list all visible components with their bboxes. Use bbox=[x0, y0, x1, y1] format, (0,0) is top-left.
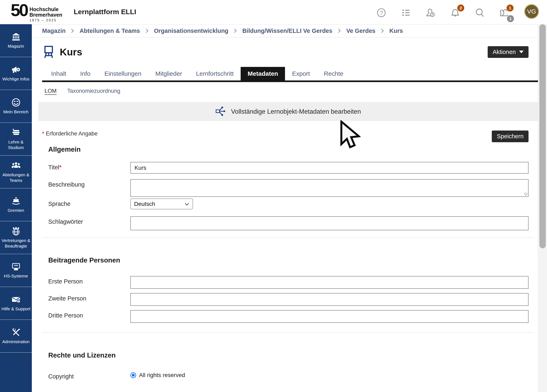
form-row-dritte-person: Dritte Person bbox=[42, 310, 528, 323]
sprache-select[interactable]: Deutsch bbox=[130, 198, 193, 209]
erste-person-input[interactable] bbox=[130, 276, 528, 289]
titel-required-asterisk: * bbox=[59, 164, 62, 170]
page-title: Kurs bbox=[60, 46, 82, 58]
field-label-titel: Titel* bbox=[42, 162, 130, 171]
tab-inhalt[interactable]: Inhalt bbox=[44, 67, 73, 81]
app-title: Lernplattform ELLI bbox=[74, 8, 136, 16]
svg-text:?: ? bbox=[380, 10, 383, 16]
sidebar-item-label: Magazin bbox=[8, 43, 24, 49]
chevron-right-icon bbox=[234, 28, 237, 33]
titel-input[interactable] bbox=[130, 162, 528, 174]
user-alert-icon[interactable] bbox=[426, 8, 436, 18]
sidebar-item-label: Mein Bereich bbox=[3, 109, 28, 115]
copyright-radio-row: All rights reserved bbox=[130, 371, 528, 378]
sidebar-item-label: Wichtige Infos bbox=[2, 76, 30, 82]
section-heading-rechte: Rechte und Lizenzen bbox=[48, 351, 538, 359]
screen: 50 Hochschule Bremerhaven 1975 – 2025 Le… bbox=[0, 0, 547, 392]
contacts-badge-top: 1 bbox=[506, 5, 513, 12]
tab-metadaten[interactable]: Metadaten bbox=[241, 67, 285, 81]
tab-info[interactable]: Info bbox=[73, 67, 97, 81]
breadcrumb-item[interactable]: Bildung/Wissen/ELLI Ve Gerdes bbox=[242, 27, 332, 34]
tab-einstellungen[interactable]: Einstellungen bbox=[97, 67, 148, 81]
logo-name-line2: Bremerhaven bbox=[29, 12, 62, 18]
section-heading-beitragende: Beitragende Personen bbox=[48, 256, 538, 264]
breadcrumb-item[interactable]: Ve Gerdes bbox=[346, 27, 375, 34]
tab-lernfortschritt[interactable]: Lernfortschritt bbox=[189, 67, 241, 81]
section-heading-allgemein: Allgemein bbox=[48, 146, 538, 153]
sidebar-item-hilfe-support[interactable]: ? Hilfe & Support bbox=[0, 287, 32, 320]
course-easel-icon bbox=[42, 45, 55, 59]
vertical-scrollbar[interactable] bbox=[538, 24, 547, 392]
subtab-lom[interactable]: LOM bbox=[45, 88, 57, 94]
sidebar-item-gremien[interactable]: Gremien bbox=[0, 189, 32, 221]
scrollbar-thumb[interactable] bbox=[539, 24, 546, 248]
breadcrumb: Magazin Abteilungen & Teams Organisation… bbox=[32, 24, 538, 37]
sidebar-item-label: Administration bbox=[2, 339, 30, 344]
tab-bar: Inhalt Info Einstellungen Mitglieder Ler… bbox=[42, 67, 538, 82]
form-row-schlagwoerter: Schlagwörter bbox=[42, 216, 528, 230]
chevron-right-icon bbox=[381, 28, 384, 33]
logo-50: 50 bbox=[11, 2, 27, 19]
sidebar-item-label: Abteilungen & Teams bbox=[1, 172, 31, 183]
dritte-person-input[interactable] bbox=[130, 310, 528, 323]
sidebar-item-label: HS-Systeme bbox=[4, 273, 28, 279]
metadata-form: Titel* Beschreibung Sprache Deutsch bbox=[42, 162, 538, 380]
field-label-copyright: Copyright bbox=[42, 371, 130, 380]
required-note: * Erforderliche Angabe bbox=[42, 130, 97, 137]
header-icon-bar: ? bbox=[376, 7, 539, 19]
form-row-erste-person: Erste Person bbox=[42, 276, 528, 289]
copyright-radio-selected[interactable] bbox=[130, 372, 136, 378]
sprache-selected-value: Deutsch bbox=[134, 201, 155, 207]
sidebar-item-label: Lehre & Studium bbox=[1, 139, 31, 150]
sidebar-item-abteilungen-teams[interactable]: Abteilungen & Teams bbox=[0, 155, 32, 189]
tab-mitglieder[interactable]: Mitglieder bbox=[149, 67, 189, 81]
metadata-graph-icon bbox=[215, 106, 226, 117]
banner-label: Vollständige Lernobjekt-Metadaten bearbe… bbox=[231, 108, 361, 115]
section-divider bbox=[42, 332, 534, 332]
sidebar-item-vertretungen[interactable]: Vertretungen & Beauftragte bbox=[0, 221, 32, 254]
bell-icon[interactable]: 2 bbox=[450, 8, 460, 18]
schlagwoerter-input[interactable] bbox=[130, 216, 528, 230]
form-row-titel: Titel* bbox=[42, 162, 528, 174]
top-header: 50 Hochschule Bremerhaven 1975 – 2025 Le… bbox=[0, 0, 547, 24]
sidebar-item-administration[interactable]: Administration bbox=[0, 320, 32, 353]
tab-rechte[interactable]: Rechte bbox=[317, 67, 350, 81]
breadcrumb-item[interactable]: Kurs bbox=[389, 27, 403, 34]
main-area: Magazin Abteilungen & Teams Organisation… bbox=[32, 24, 538, 392]
actions-button[interactable]: Aktionen bbox=[488, 46, 528, 58]
sidebar-item-mein-bereich[interactable]: Mein Bereich bbox=[0, 90, 32, 123]
smiley-icon bbox=[11, 98, 21, 107]
sidebar-item-wichtige-infos[interactable]: Wichtige Infos bbox=[0, 57, 32, 90]
field-label-schlagwoerter: Schlagwörter bbox=[42, 216, 130, 225]
zweite-person-input[interactable] bbox=[130, 293, 528, 306]
sidebar-item-lehre-studium[interactable]: Lehre & Studium bbox=[0, 123, 32, 155]
field-label-sprache: Sprache bbox=[42, 198, 130, 207]
breadcrumb-item[interactable]: Magazin bbox=[42, 27, 66, 34]
subtab-taxonomiezuordnung[interactable]: Taxonomiezuordnung bbox=[67, 88, 120, 94]
avatar[interactable]: VG bbox=[524, 4, 539, 19]
edit-full-metadata-banner[interactable]: Vollständige Lernobjekt-Metadaten bearbe… bbox=[38, 102, 538, 121]
breadcrumb-item[interactable]: Organisationsentwicklung bbox=[154, 27, 229, 34]
hochschule-bremerhaven-logo[interactable]: 50 Hochschule Bremerhaven 1975 – 2025 bbox=[11, 2, 62, 22]
tab-export[interactable]: Export bbox=[285, 67, 317, 81]
form-row-beschreibung: Beschreibung bbox=[42, 179, 528, 197]
help-icon[interactable]: ? bbox=[376, 8, 386, 18]
monitor-icon: *** bbox=[11, 262, 21, 271]
search-icon[interactable] bbox=[475, 8, 485, 18]
sidebar-item-hs-systeme[interactable]: *** HS-Systeme bbox=[0, 254, 32, 287]
contacts-badge-bottom: 1 bbox=[507, 15, 514, 22]
list-icon[interactable] bbox=[401, 8, 411, 18]
titel-label-text: Titel bbox=[48, 164, 59, 170]
field-label-dritte-person: Dritte Person bbox=[42, 310, 130, 319]
field-label-zweite-person: Zweite Person bbox=[42, 293, 130, 302]
contacts-icon[interactable]: 1 1 bbox=[499, 8, 509, 18]
page-content: Kurs Aktionen Inhalt Info Einstellungen … bbox=[32, 45, 538, 380]
sidebar-item-magazin[interactable]: Magazin bbox=[0, 24, 32, 57]
textarea-resize-handle[interactable] bbox=[524, 193, 527, 196]
save-button[interactable]: Speichern bbox=[492, 130, 528, 142]
breadcrumb-item[interactable]: Abteilungen & Teams bbox=[79, 27, 140, 34]
svg-text:***: *** bbox=[14, 264, 18, 268]
logo-name-line1: Hochschule bbox=[29, 7, 62, 12]
beschreibung-textarea[interactable] bbox=[130, 179, 528, 197]
bank-icon bbox=[11, 32, 21, 41]
